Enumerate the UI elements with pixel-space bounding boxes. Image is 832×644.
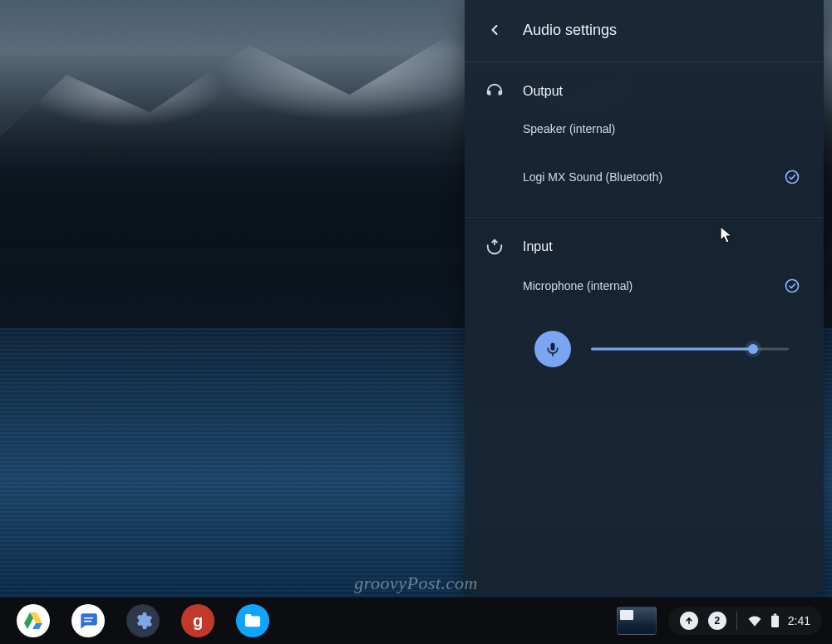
check-circle-icon (784, 169, 800, 185)
app-messages[interactable] (71, 604, 105, 637)
app-groovypost[interactable]: g (181, 604, 214, 637)
panel-title: Audio settings (523, 22, 617, 39)
output-device-bluetooth[interactable]: Logi MX Sound (Bluetooth) (485, 152, 804, 202)
output-section: Output Speaker (internal) Logi MX Sound … (465, 62, 824, 218)
input-icon (485, 238, 505, 256)
tray-divider (736, 612, 737, 630)
app-files[interactable] (236, 604, 269, 637)
g-letter-icon: g (193, 612, 203, 631)
input-section-head: Input (485, 238, 804, 256)
virtual-desk-preview[interactable] (617, 607, 657, 635)
notification-count-badge: 2 (708, 612, 726, 630)
panel-header: Audio settings (465, 0, 824, 62)
slider-thumb[interactable] (748, 344, 758, 354)
headphones-icon (485, 82, 505, 101)
app-google-drive[interactable] (17, 604, 50, 637)
svg-point-0 (786, 171, 799, 184)
output-heading: Output (523, 84, 563, 99)
slider-fill (591, 348, 753, 351)
status-tray[interactable]: 2 2:41 (668, 607, 822, 635)
output-device-label: Speaker (internal) (523, 122, 615, 135)
svg-rect-9 (771, 616, 779, 627)
mouse-cursor (720, 226, 733, 244)
output-device-label: Logi MX Sound (Bluetooth) (523, 170, 662, 184)
output-device-speaker[interactable]: Speaker (internal) (485, 106, 804, 152)
mic-toggle-button[interactable] (534, 331, 571, 367)
update-available-icon (680, 612, 698, 630)
shelf-apps: g (10, 604, 269, 637)
input-device-label: Microphone (internal) (523, 279, 633, 293)
shelf-right: 2 2:41 (617, 607, 822, 635)
app-settings[interactable] (126, 604, 160, 637)
drive-icon (23, 612, 43, 630)
audio-settings-panel: Audio settings Output Speaker (internal)… (465, 0, 824, 597)
status-icons: 2:41 (747, 613, 810, 628)
chevron-left-icon (486, 22, 503, 38)
clock-text: 2:41 (788, 614, 810, 627)
microphone-icon (544, 341, 561, 357)
gear-icon (133, 611, 153, 631)
mic-gain-slider[interactable] (591, 341, 789, 357)
input-heading: Input (523, 239, 553, 254)
wifi-icon (747, 615, 762, 627)
messages-icon (77, 610, 99, 632)
input-device-microphone[interactable]: Microphone (internal) (485, 261, 804, 311)
svg-rect-10 (773, 613, 776, 615)
svg-point-1 (786, 280, 799, 293)
mic-gain-row (485, 311, 804, 376)
svg-marker-4 (32, 623, 42, 629)
input-section: Input Microphone (internal) (465, 218, 824, 391)
shelf: g 2 2:41 (0, 597, 832, 644)
back-button[interactable] (483, 18, 506, 42)
folder-icon (244, 613, 262, 628)
check-circle-icon (784, 278, 800, 294)
battery-icon (770, 613, 780, 628)
output-section-head: Output (485, 82, 804, 101)
